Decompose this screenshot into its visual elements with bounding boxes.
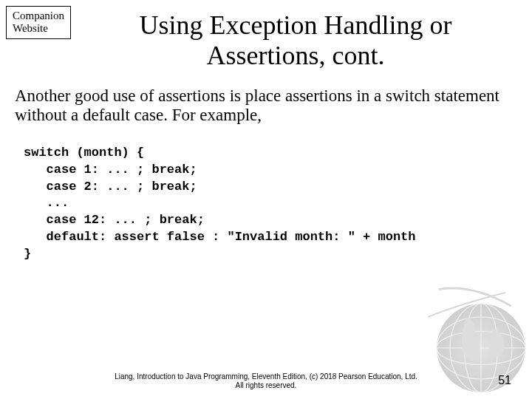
page-number: 51	[498, 374, 511, 387]
svg-point-2	[437, 317, 525, 379]
code-block: switch (month) { case 1: ... ; break; ca…	[24, 145, 517, 264]
body-paragraph: Another good use of assertions is place …	[15, 86, 517, 126]
companion-line2: Website	[13, 22, 64, 35]
companion-website-box: Companion Website	[6, 6, 71, 39]
footer-line2: All rights reserved.	[0, 381, 532, 390]
footer-line1: Liang, Introduction to Java Programming,…	[0, 372, 532, 381]
svg-point-1	[437, 332, 525, 365]
footer: Liang, Introduction to Java Programming,…	[0, 372, 532, 390]
companion-line1: Companion	[13, 10, 64, 22]
page-title: Using Exception Handling or Assertions, …	[89, 10, 502, 72]
